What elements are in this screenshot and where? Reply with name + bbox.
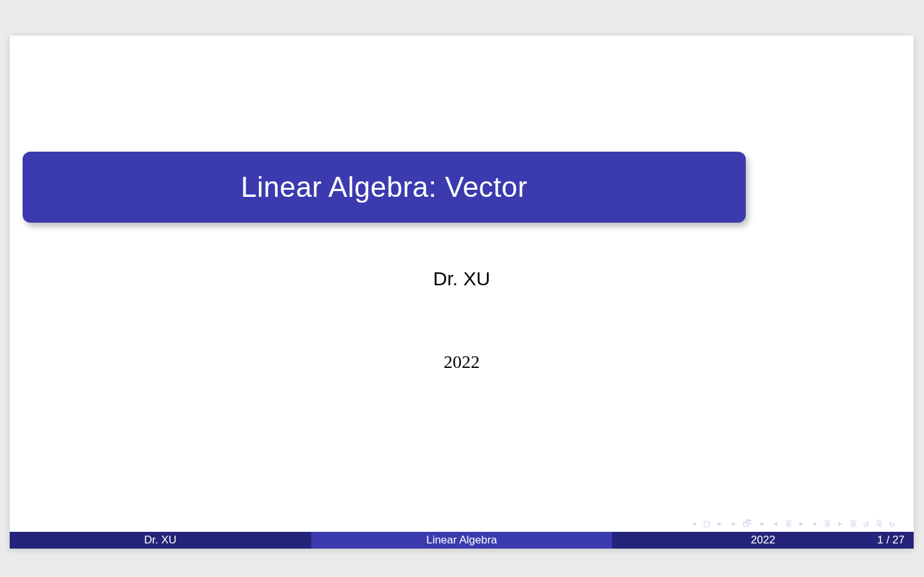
slide-author: Dr. XU	[10, 268, 914, 290]
footer-page-number: 1 / 27	[877, 534, 905, 547]
beamer-nav-icons[interactable]: ◂ □ ▸ ◂ 🗗 ▸ ◂ ≣ ▸ ◂ ≣ ▸ ≣ ↺ ⍉ ↻	[691, 518, 896, 529]
slide-year: 2022	[10, 352, 914, 372]
footer-date: 2022	[612, 534, 914, 547]
footer-author: Dr. XU	[10, 532, 311, 549]
slide-page: Linear Algebra: Vector Dr. XU 2022 ◂ □ ▸…	[10, 35, 914, 549]
slide-footer: Dr. XU Linear Algebra 2022 1 / 27	[10, 532, 914, 549]
nav-glyphs: ◂ □ ▸ ◂ 🗗 ▸ ◂ ≣ ▸ ◂ ≣ ▸ ≣ ↺ ⍉ ↻	[691, 518, 896, 529]
slide-title: Linear Algebra: Vector	[241, 171, 528, 203]
title-bar: Linear Algebra: Vector	[23, 152, 746, 223]
footer-title: Linear Algebra	[311, 532, 613, 549]
footer-right: 2022 1 / 27	[612, 532, 914, 549]
